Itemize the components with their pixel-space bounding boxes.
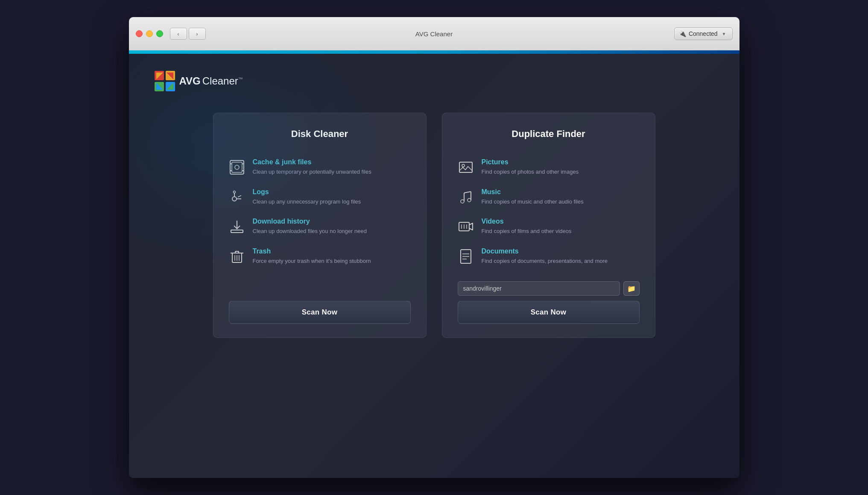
accent-bar	[129, 50, 739, 54]
logo-cleaner: Cleaner™	[202, 75, 243, 87]
disk-cleaner-footer: Scan Now	[229, 301, 411, 324]
pictures-icon	[458, 159, 474, 175]
list-item: Trash Force empty your trash when it's b…	[229, 242, 411, 271]
pictures-item-title: Pictures	[482, 158, 579, 166]
back-icon: ‹	[177, 31, 179, 37]
back-button[interactable]: ‹	[170, 28, 187, 40]
disk-cleaner-items: Cache & junk files Clean up temporary or…	[229, 152, 411, 291]
list-item: Videos Find copies of films and other vi…	[458, 212, 640, 242]
app-content: AVG Cleaner™ Disk Cleaner	[129, 54, 739, 478]
disk-cleaner-title: Disk Cleaner	[229, 128, 411, 140]
logs-icon	[229, 189, 245, 205]
duplicate-finder-title: Duplicate Finder	[458, 128, 640, 140]
cards-row: Disk Cleaner	[161, 113, 707, 338]
videos-item-desc: Find copies of films and other videos	[482, 227, 572, 236]
titlebar: ‹ › AVG Cleaner 🔌 Connected ▼	[129, 17, 739, 50]
window-title: AVG Cleaner	[415, 30, 453, 38]
duplicate-finder-card: Duplicate Finder Pictures	[442, 113, 655, 338]
documents-item-desc: Find copies of documents, presentations,…	[482, 257, 608, 265]
disk-cleaner-card: Disk Cleaner	[213, 113, 427, 338]
download-item-text: Download history Clean up downloaded fil…	[253, 218, 367, 236]
chevron-down-icon: ▼	[722, 32, 726, 36]
download-icon	[229, 218, 245, 235]
svg-point-18	[233, 191, 235, 193]
cache-item-text: Cache & junk files Clean up temporary or…	[253, 158, 371, 176]
download-item-title: Download history	[253, 218, 367, 225]
svg-point-36	[461, 200, 464, 203]
logo-area: AVG Cleaner™	[155, 71, 714, 91]
download-item-desc: Clean up downloaded files you no longer …	[253, 227, 367, 236]
maximize-button[interactable]	[156, 30, 163, 37]
music-item-desc: Find copies of music and other audio fil…	[482, 198, 584, 206]
list-item: Documents Find copies of documents, pres…	[458, 242, 640, 271]
plug-icon: 🔌	[679, 30, 686, 37]
documents-item-title: Documents	[482, 248, 608, 255]
videos-icon	[458, 218, 474, 235]
user-folder-row: 📁	[458, 281, 640, 296]
close-button[interactable]	[136, 30, 143, 37]
forward-icon: ›	[196, 31, 198, 37]
app-window: ‹ › AVG Cleaner 🔌 Connected ▼	[129, 17, 739, 478]
list-item: Music Find copies of music and other aud…	[458, 182, 640, 212]
music-icon	[458, 189, 474, 205]
svg-point-11	[235, 165, 239, 169]
cache-icon	[229, 159, 245, 175]
list-item: Cache & junk files Clean up temporary or…	[229, 152, 411, 182]
duplicate-finder-items: Pictures Find copies of photos and other…	[458, 152, 640, 271]
list-item: Logs Clean up any unnecessary program lo…	[229, 182, 411, 212]
svg-line-20	[238, 195, 241, 197]
music-item-title: Music	[482, 188, 584, 196]
logo-text: AVG Cleaner™	[179, 75, 243, 87]
videos-item-title: Videos	[482, 218, 572, 225]
cache-item-title: Cache & junk files	[253, 158, 371, 166]
logo-tm: ™	[238, 76, 243, 82]
minimize-button[interactable]	[146, 30, 153, 37]
svg-point-37	[468, 198, 471, 202]
nav-buttons: ‹ ›	[170, 28, 206, 40]
logs-item-title: Logs	[253, 188, 361, 196]
pictures-item-text: Pictures Find copies of photos and other…	[482, 158, 579, 176]
trash-item-title: Trash	[253, 248, 371, 255]
logo-avg: AVG	[179, 75, 201, 87]
trash-item-text: Trash Force empty your trash when it's b…	[253, 248, 371, 265]
duplicate-finder-footer: 📁 Scan Now	[458, 281, 640, 324]
username-input[interactable]	[458, 281, 620, 296]
connected-badge[interactable]: 🔌 Connected ▼	[674, 27, 733, 40]
logs-item-desc: Clean up any unnecessary program log fil…	[253, 198, 361, 206]
folder-icon: 📁	[627, 285, 636, 293]
disk-cleaner-scan-button[interactable]: Scan Now	[229, 301, 411, 324]
logs-item-text: Logs Clean up any unnecessary program lo…	[253, 188, 361, 206]
pictures-item-desc: Find copies of photos and other images	[482, 168, 579, 176]
music-item-text: Music Find copies of music and other aud…	[482, 188, 584, 206]
svg-rect-21	[231, 230, 243, 233]
documents-icon	[458, 248, 474, 265]
svg-rect-10	[232, 162, 242, 172]
duplicate-finder-scan-button[interactable]: Scan Now	[458, 301, 640, 324]
avg-logo-icon	[155, 71, 175, 91]
cache-item-desc: Clean up temporary or potentially unwant…	[253, 168, 371, 176]
connected-label: Connected	[689, 30, 718, 37]
svg-rect-31	[459, 162, 472, 172]
traffic-lights	[136, 30, 163, 37]
svg-point-32	[462, 164, 465, 167]
svg-point-16	[232, 197, 237, 201]
list-item: Pictures Find copies of photos and other…	[458, 152, 640, 182]
documents-item-text: Documents Find copies of documents, pres…	[482, 248, 608, 265]
list-item: Download history Clean up downloaded fil…	[229, 212, 411, 242]
folder-browse-button[interactable]: 📁	[623, 281, 640, 296]
videos-item-text: Videos Find copies of films and other vi…	[482, 218, 572, 236]
forward-button[interactable]: ›	[189, 28, 206, 40]
trash-item-desc: Force empty your trash when it's being s…	[253, 257, 371, 265]
trash-icon	[229, 248, 245, 265]
svg-line-33	[464, 192, 471, 193]
